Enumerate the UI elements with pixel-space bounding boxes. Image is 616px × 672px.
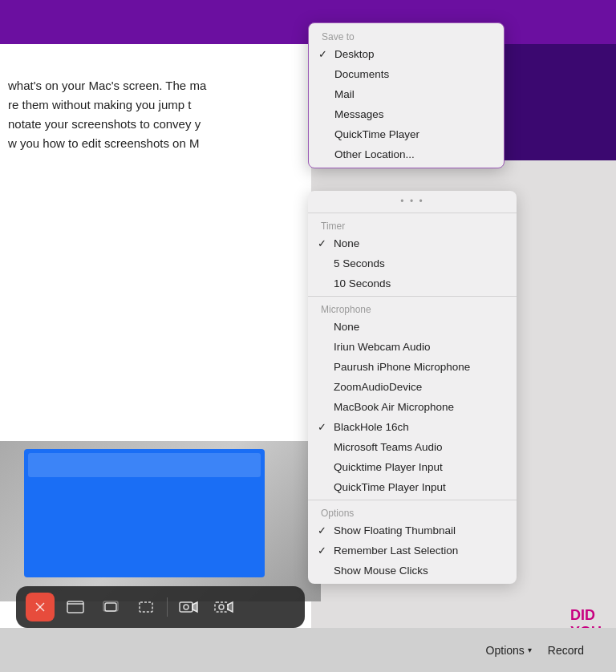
svg-rect-6 [140,602,152,612]
full-screen-icon [67,601,84,613]
svg-rect-2 [67,601,83,613]
mic-quicktime-upper-item[interactable]: QuickTime Player Input [308,477,517,497]
divider-mic-options [308,500,517,500]
record-label: Record [548,644,584,657]
mic-paurush-item[interactable]: Paurush iPhone Microphone [308,357,517,377]
close-icon [34,601,46,613]
mic-blackhole-item[interactable]: BlackHole 16ch [308,417,517,437]
camera-portion-icon [214,600,233,614]
svg-rect-10 [215,602,228,612]
mic-iriun-item[interactable]: Iriun Webcam Audio [308,337,517,357]
bottom-control-bar: Options ▾ Record [0,628,616,672]
mic-none-item[interactable]: None [308,317,517,337]
save-other-item[interactable]: Other Location... [309,144,504,164]
option-remember-item[interactable]: Remember Last Selection [308,540,517,561]
toolbar-separator [167,597,168,617]
timer-section-label: Timer [308,216,517,233]
laptop-image [0,441,321,601]
timer-5s-item[interactable]: 5 Seconds [308,253,517,273]
chevron-down-icon: ▾ [528,646,532,654]
save-documents-item[interactable]: Documents [309,64,504,84]
mic-zoom-item[interactable]: ZoomAudioDevice [308,377,517,397]
save-mail-item[interactable]: Mail [309,84,504,104]
svg-marker-9 [192,602,197,612]
save-to-label: Save to [309,26,504,44]
mic-macbook-item[interactable]: MacBook Air Microphone [308,397,517,417]
microphone-section-label: Microphone [308,299,517,317]
mic-quicktime-lower-item[interactable]: Quicktime Player Input [308,457,517,477]
mic-teams-item[interactable]: Microsoft Teams Audio [308,437,517,457]
save-messages-item[interactable]: Messages [309,104,504,124]
full-screen-button[interactable] [61,593,90,621]
options-section-label: Options [308,503,517,520]
main-dropdown: • • • Timer None 5 Seconds 10 Seconds Mi… [308,191,517,584]
svg-rect-4 [105,603,116,611]
article-text: what's on your Mac's screen. The ma re t… [8,76,297,153]
save-desktop-item[interactable]: Desktop [309,44,504,64]
laptop-screen-inner [28,453,261,477]
options-label: Options [486,644,525,657]
portion-capture-button[interactable] [132,593,160,621]
close-button[interactable] [26,593,55,621]
three-dots: • • • [308,194,517,210]
divider-top [308,213,517,213]
camera-full-button[interactable] [174,593,203,621]
camera-full-icon [179,600,198,614]
portion-icon [138,601,154,613]
camera-portion-button[interactable] [209,593,238,621]
options-button[interactable]: Options ▾ [486,644,532,657]
save-quicktime-item[interactable]: QuickTime Player [309,124,504,144]
divider-timer-mic [308,296,517,297]
timer-none-item[interactable]: None [308,233,517,253]
screenshot-toolbar [16,586,305,628]
window-capture-button[interactable] [96,593,125,621]
timer-10s-item[interactable]: 10 Seconds [308,273,517,293]
svg-point-8 [184,605,188,609]
svg-point-11 [219,605,224,609]
save-to-dropdown: Save to Desktop Documents Mail Messages … [308,22,505,168]
svg-marker-12 [228,602,233,612]
option-mouse-clicks-item[interactable]: Show Mouse Clicks [308,561,517,581]
option-thumbnail-item[interactable]: Show Floating Thumbnail [308,520,517,540]
window-icon [103,601,119,613]
article-text-area: what's on your Mac's screen. The ma re t… [0,44,305,461]
laptop-screen [24,449,265,577]
record-button[interactable]: Record [548,644,584,657]
svg-rect-7 [180,602,192,612]
